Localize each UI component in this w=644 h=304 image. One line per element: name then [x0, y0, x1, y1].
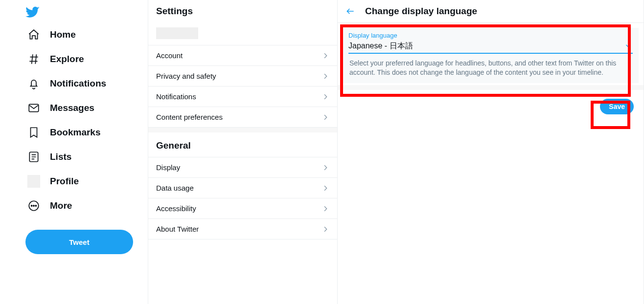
- chevron-right-icon: [322, 184, 329, 192]
- svg-point-3: [31, 205, 32, 206]
- more-icon: [27, 199, 40, 212]
- settings-general-title: General: [148, 132, 337, 157]
- envelope-icon: [27, 102, 40, 114]
- settings-privacy-label: Privacy and safety: [156, 72, 216, 80]
- nav-home[interactable]: Home: [21, 22, 83, 47]
- settings-title: Settings: [148, 0, 337, 23]
- settings-notifications[interactable]: Notifications: [148, 87, 337, 107]
- settings-content-label: Content preferences: [156, 113, 223, 121]
- language-select-label: Display language: [348, 32, 633, 39]
- nav-home-label: Home: [50, 29, 76, 40]
- settings-account-label: Account: [156, 51, 183, 60]
- nav-lists[interactable]: Lists: [21, 145, 78, 169]
- settings-about[interactable]: About Twitter: [148, 219, 337, 239]
- nav-messages-label: Messages: [50, 103, 94, 113]
- nav-more[interactable]: More: [21, 194, 79, 218]
- settings-account[interactable]: Account: [148, 45, 337, 66]
- hash-icon: [27, 53, 40, 65]
- profile-avatar: [27, 175, 40, 188]
- nav-bookmarks[interactable]: Bookmarks: [21, 120, 108, 145]
- detail-divider: [338, 85, 644, 90]
- detail-header: Change display language: [338, 0, 644, 23]
- settings-notifications-label: Notifications: [156, 92, 196, 101]
- redacted-username: [156, 27, 198, 39]
- nav-profile-label: Profile: [50, 176, 79, 187]
- nav-profile[interactable]: Profile: [21, 169, 86, 194]
- language-select[interactable]: Display language Japanese - 日本語: [348, 32, 633, 54]
- settings-accessibility[interactable]: Accessibility: [148, 198, 337, 219]
- detail-title: Change display language: [365, 6, 477, 17]
- settings-display-label: Display: [156, 163, 180, 172]
- list-icon: [27, 151, 40, 163]
- home-icon: [27, 28, 40, 41]
- language-description: Select your preferred language for headl…: [348, 54, 633, 82]
- language-block: Display language Japanese - 日本語 Select y…: [343, 28, 639, 83]
- nav-bookmarks-label: Bookmarks: [50, 127, 101, 138]
- settings-column: Settings Account Privacy and safety Noti…: [148, 0, 338, 304]
- chevron-right-icon: [322, 93, 329, 101]
- chevron-right-icon: [322, 72, 329, 80]
- nav-explore-label: Explore: [50, 54, 84, 65]
- detail-column: Change display language Display language…: [338, 0, 644, 304]
- bell-icon: [27, 77, 40, 90]
- chevron-right-icon: [322, 205, 329, 213]
- bookmark-icon: [27, 126, 40, 139]
- nav-notifications-label: Notifications: [50, 78, 106, 89]
- chevron-right-icon: [322, 52, 329, 60]
- tweet-button-label: Tweet: [69, 238, 89, 246]
- settings-data[interactable]: Data usage: [148, 178, 337, 198]
- svg-point-4: [33, 205, 34, 206]
- primary-nav: Home Explore Notifications Messages Book: [0, 0, 148, 304]
- chevron-down-icon: [624, 42, 633, 50]
- twitter-logo-icon[interactable]: [25, 5, 148, 20]
- save-button[interactable]: Save: [600, 99, 634, 114]
- chevron-right-icon: [322, 113, 329, 121]
- nav-messages[interactable]: Messages: [21, 96, 101, 120]
- settings-section-divider: [148, 128, 337, 132]
- nav-more-label: More: [50, 200, 72, 211]
- settings-data-label: Data usage: [156, 184, 194, 192]
- settings-privacy[interactable]: Privacy and safety: [148, 66, 337, 87]
- language-select-value: Japanese - 日本語: [348, 41, 413, 51]
- save-button-label: Save: [609, 103, 625, 110]
- settings-accessibility-label: Accessibility: [156, 204, 196, 213]
- settings-user-row[interactable]: [148, 23, 337, 45]
- svg-point-5: [35, 205, 36, 206]
- back-button[interactable]: [342, 2, 359, 20]
- nav-notifications[interactable]: Notifications: [21, 71, 113, 96]
- nav-explore[interactable]: Explore: [21, 47, 91, 71]
- nav-lists-label: Lists: [50, 152, 71, 162]
- settings-content[interactable]: Content preferences: [148, 107, 337, 128]
- chevron-right-icon: [322, 225, 329, 233]
- settings-display[interactable]: Display: [148, 157, 337, 178]
- chevron-right-icon: [322, 164, 329, 172]
- tweet-button[interactable]: Tweet: [25, 230, 133, 254]
- settings-about-label: About Twitter: [156, 225, 199, 233]
